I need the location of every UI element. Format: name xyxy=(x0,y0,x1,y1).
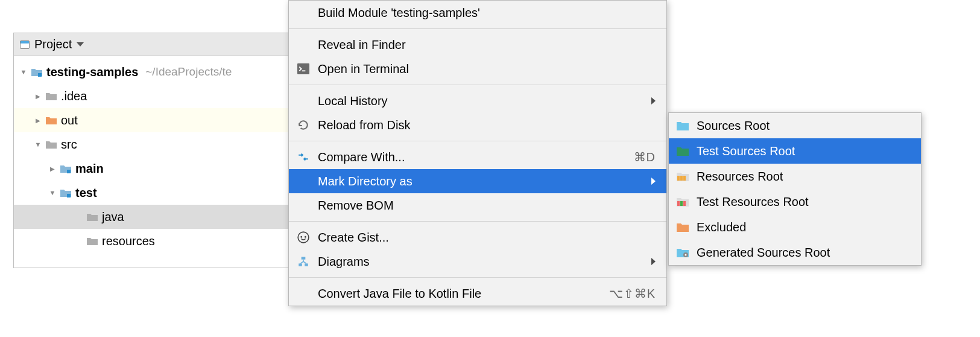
svg-rect-9 xyxy=(677,176,680,181)
svg-rect-6 xyxy=(302,257,306,259)
project-tree: testing-samples ~/IdeaProjects/te .idea … xyxy=(14,56,290,253)
submenu-arrow-icon xyxy=(651,178,656,185)
submenu-label: Test Sources Root xyxy=(697,144,795,158)
tree-item-out[interactable]: out xyxy=(14,108,290,132)
project-window-icon xyxy=(20,40,30,49)
svg-rect-1 xyxy=(67,170,71,173)
tree-path-hint: ~/IdeaProjects/te xyxy=(145,65,232,79)
sources-root-icon xyxy=(676,120,689,131)
submenu-label: Excluded xyxy=(697,220,746,234)
svg-rect-0 xyxy=(38,73,42,77)
panel-title: Project xyxy=(34,37,72,51)
blank-icon xyxy=(297,7,309,19)
menu-item-diagrams[interactable]: Diagrams xyxy=(289,249,666,274)
svg-rect-13 xyxy=(680,201,683,206)
svg-rect-3 xyxy=(297,63,309,74)
tree-item-root[interactable]: testing-samples ~/IdeaProjects/te xyxy=(14,60,290,84)
folder-icon xyxy=(45,140,57,149)
submenu-item-excluded[interactable]: Excluded xyxy=(669,214,921,240)
tree-label: testing-samples xyxy=(46,65,138,79)
test-resources-root-icon xyxy=(676,196,689,207)
blank-icon xyxy=(297,199,309,211)
submenu-arrow-icon xyxy=(651,97,656,104)
svg-rect-11 xyxy=(683,176,686,181)
tree-label: src xyxy=(61,138,77,152)
menu-item-compare-with[interactable]: Compare With... ⌘D xyxy=(289,145,666,169)
reload-icon xyxy=(297,119,309,131)
expand-arrow-icon[interactable] xyxy=(20,68,27,75)
menu-item-reload-disk[interactable]: Reload from Disk xyxy=(289,113,666,137)
folder-icon xyxy=(45,91,57,101)
tree-label: java xyxy=(102,210,124,224)
menu-item-mark-directory-as[interactable]: Mark Directory as xyxy=(289,169,666,193)
submenu-label: Test Resources Root xyxy=(697,195,809,209)
svg-rect-10 xyxy=(680,176,683,181)
expand-arrow-icon[interactable] xyxy=(49,165,56,172)
menu-label: Reveal in Finder xyxy=(318,38,656,52)
menu-label: Mark Directory as xyxy=(318,175,643,188)
chevron-down-icon[interactable] xyxy=(77,42,84,47)
tree-label: out xyxy=(61,114,78,127)
submenu-item-test-resources-root[interactable]: Test Resources Root xyxy=(669,189,921,214)
menu-label: Build Module 'testing-samples' xyxy=(318,6,656,20)
menu-label: Diagrams xyxy=(318,255,643,269)
tree-label: main xyxy=(75,162,104,176)
menu-item-open-terminal[interactable]: Open in Terminal xyxy=(289,57,666,81)
submenu-label: Resources Root xyxy=(697,170,783,184)
menu-shortcut: ⌘D xyxy=(634,150,656,164)
tree-label: resources xyxy=(102,234,155,248)
menu-separator xyxy=(289,141,666,141)
svg-rect-12 xyxy=(677,201,680,206)
blank-icon xyxy=(297,287,309,300)
menu-item-remove-bom[interactable]: Remove BOM xyxy=(289,193,666,217)
menu-label: Remove BOM xyxy=(318,199,656,213)
folder-icon xyxy=(86,236,98,246)
menu-item-reveal-finder[interactable]: Reveal in Finder xyxy=(289,33,666,57)
submenu-item-test-sources-root[interactable]: Test Sources Root xyxy=(669,138,921,164)
menu-label: Convert Java File to Kotlin File xyxy=(318,287,601,301)
panel-header[interactable]: Project xyxy=(14,33,290,56)
tree-item-src[interactable]: src xyxy=(14,132,290,156)
blank-icon xyxy=(297,95,309,107)
submenu-item-generated-sources-root[interactable]: Generated Sources Root xyxy=(669,240,921,265)
svg-rect-8 xyxy=(305,263,308,266)
menu-label: Create Gist... xyxy=(318,231,656,245)
context-menu: Build Module 'testing-samples' Reveal in… xyxy=(288,0,667,306)
tree-label: .idea xyxy=(61,89,87,103)
menu-separator xyxy=(289,28,666,29)
expand-arrow-icon[interactable] xyxy=(34,92,42,100)
svg-point-16 xyxy=(685,254,687,256)
tree-item-resources[interactable]: resources xyxy=(14,229,290,253)
submenu-item-sources-root[interactable]: Sources Root xyxy=(669,113,921,138)
menu-separator xyxy=(289,277,666,278)
menu-item-local-history[interactable]: Local History xyxy=(289,89,666,113)
tree-item-idea[interactable]: .idea xyxy=(14,84,290,108)
tree-item-java[interactable]: java xyxy=(14,205,290,229)
menu-separator xyxy=(289,221,666,222)
expand-arrow-icon[interactable] xyxy=(49,189,56,196)
excluded-folder-icon xyxy=(45,115,57,125)
expand-arrow-icon[interactable] xyxy=(34,117,42,124)
tree-item-test[interactable]: test xyxy=(14,181,290,205)
svg-point-5 xyxy=(298,232,309,243)
blank-icon xyxy=(297,175,309,187)
submenu-label: Generated Sources Root xyxy=(697,246,830,260)
expand-arrow-icon[interactable] xyxy=(34,141,42,148)
tree-item-main[interactable]: main xyxy=(14,156,290,181)
submenu-item-resources-root[interactable]: Resources Root xyxy=(669,164,921,189)
menu-item-create-gist[interactable]: Create Gist... xyxy=(289,225,666,249)
blank-icon xyxy=(297,39,309,51)
github-icon xyxy=(297,231,309,243)
menu-item-build-module[interactable]: Build Module 'testing-samples' xyxy=(289,1,666,25)
module-folder-icon xyxy=(60,188,72,197)
submenu-label: Sources Root xyxy=(697,119,770,133)
menu-shortcut: ⌥⇧⌘K xyxy=(609,286,656,301)
tree-label: test xyxy=(75,186,97,200)
submenu-arrow-icon xyxy=(651,258,656,265)
menu-label: Compare With... xyxy=(318,150,625,164)
project-panel: Project testing-samples ~/IdeaProjects/t… xyxy=(13,33,291,268)
generated-sources-root-icon xyxy=(676,247,689,258)
compare-icon xyxy=(297,151,309,163)
menu-item-convert-kotlin[interactable]: Convert Java File to Kotlin File ⌥⇧⌘K xyxy=(289,281,666,306)
diagrams-icon xyxy=(297,255,309,268)
